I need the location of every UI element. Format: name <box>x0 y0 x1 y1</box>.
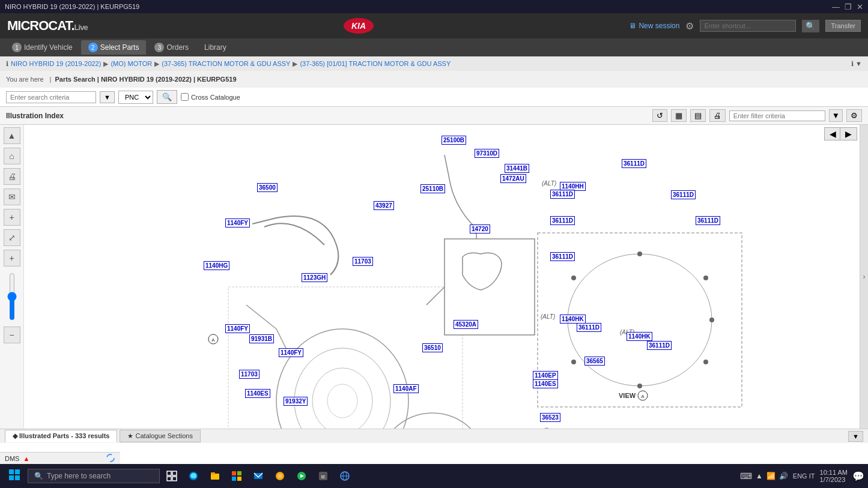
zoom-out-button[interactable]: ▲ <box>4 127 20 144</box>
part-36111D-4[interactable]: 36111D <box>550 216 575 225</box>
print-sidebar-button[interactable]: 🖨 <box>4 168 20 185</box>
breadcrumb-traction[interactable]: (37-365) TRACTION MOTOR & GDU ASSY <box>162 60 290 67</box>
shortcut-input[interactable] <box>700 20 796 32</box>
svg-rect-56 <box>232 477 236 481</box>
taskbar-photos[interactable] <box>270 466 290 486</box>
part-25110B[interactable]: 25110B <box>420 184 445 193</box>
start-button[interactable] <box>4 466 25 486</box>
breadcrumb-niro[interactable]: NIRO HYBRID 19 (2019-2022) <box>11 60 101 67</box>
tab-num-1: 1 <box>12 43 22 52</box>
minus-zoom-button[interactable]: − <box>4 327 20 343</box>
part-11703-2[interactable]: 11703 <box>239 370 259 379</box>
part-1140AF[interactable]: 1140AF <box>393 384 419 393</box>
breadcrumb-motor[interactable]: (MO) MOTOR <box>111 60 152 67</box>
part-36111D-6[interactable]: 36111D <box>550 252 575 261</box>
part-97310D[interactable]: 97310D <box>475 149 499 158</box>
taskbar-media-player[interactable] <box>292 466 311 486</box>
grid-view-button[interactable]: ▦ <box>671 109 687 122</box>
search-dropdown-button[interactable]: ▼ <box>100 91 115 103</box>
plus-button[interactable]: + <box>4 209 20 226</box>
part-1140EP[interactable]: 1140EP <box>533 371 558 380</box>
part-36111D-1[interactable]: 36111D <box>622 159 646 168</box>
part-31441B[interactable]: 31441B <box>505 164 529 173</box>
tab-select-parts[interactable]: 2 Select Parts <box>81 40 147 55</box>
zoom-slider[interactable] <box>6 273 18 321</box>
print-button[interactable]: 🖨 <box>709 109 726 122</box>
taskbar-right: ⌨ ▲ 📶 🔊 ENG IT 10:11 AM 1/7/2023 💬 <box>740 469 864 483</box>
part-25100B[interactable]: 25100B <box>442 136 466 145</box>
tab-library[interactable]: Library <box>197 41 234 54</box>
part-36111D-5[interactable]: 36111D <box>696 216 720 225</box>
part-36111D-7[interactable]: 36111D <box>577 323 601 332</box>
svg-point-20 <box>568 254 712 386</box>
pnc-select[interactable]: PNC <box>118 91 153 104</box>
part-43927[interactable]: 43927 <box>374 201 394 210</box>
tray-expand-icon[interactable]: ▲ <box>756 472 763 480</box>
taskbar-store[interactable] <box>227 466 246 486</box>
taskbar-globe[interactable] <box>335 466 354 486</box>
settings-icon[interactable]: ⚙ <box>685 20 694 32</box>
taskbar-mail[interactable] <box>249 466 268 486</box>
search-criteria-input[interactable] <box>6 91 96 103</box>
part-36510[interactable]: 36510 <box>422 343 443 352</box>
part-11703-1[interactable]: 11703 <box>353 257 373 266</box>
tab-identify-vehicle[interactable]: 1 Identify Vehicle <box>5 40 80 55</box>
info-icon-right[interactable]: ℹ ▼ <box>851 60 862 68</box>
filter-input[interactable] <box>729 110 825 121</box>
breadcrumb-traction-01[interactable]: (37-365) [01/01] TRACTION MOTOR & GDU AS… <box>300 60 451 67</box>
list-view-button[interactable]: ▤ <box>690 109 706 122</box>
refresh-button[interactable]: ↺ <box>652 109 667 122</box>
part-91931B[interactable]: 91931B <box>249 334 274 343</box>
tab-catalogue-sections[interactable]: ★ Catalogue Sections <box>120 430 200 442</box>
filter-settings-button[interactable]: ⚙ <box>846 109 862 122</box>
part-36111D-8[interactable]: 36111D <box>647 341 672 350</box>
part-45320A[interactable]: 45320A <box>454 320 478 329</box>
app-header: MICROCAT.Live KIA 🖥 New session ⚙ 🔍 Tran… <box>0 13 868 38</box>
part-1140HK-2[interactable]: 1140HK <box>627 332 652 341</box>
svg-text:IE: IE <box>321 474 326 480</box>
filter-dropdown-button[interactable]: ▼ <box>829 109 843 122</box>
part-1140ES-2[interactable]: 1140ES <box>533 379 558 388</box>
expand-button[interactable]: ⤢ <box>4 229 20 246</box>
taskbar-edge[interactable] <box>184 466 203 486</box>
part-1140FY-2[interactable]: 1140FY <box>225 324 250 333</box>
info-icon-left: ℹ <box>6 60 8 68</box>
taskbar-explorer[interactable] <box>205 466 225 486</box>
part-1140HK-1[interactable]: 1140HK <box>560 315 586 324</box>
email-button[interactable]: ✉ <box>4 188 20 205</box>
part-36111D-2[interactable]: 36111D <box>550 190 575 199</box>
part-1140FY-1[interactable]: 1140FY <box>225 218 250 227</box>
taskbar-app1[interactable]: IE <box>314 466 333 486</box>
part-91932Y[interactable]: 91932Y <box>284 397 308 406</box>
part-1140FY-3[interactable]: 1140FY <box>279 348 303 357</box>
part-1472AU[interactable]: 1472AU <box>500 174 526 183</box>
tab-orders[interactable]: 3 Orders <box>147 40 196 55</box>
cross-catalogue-checkbox[interactable] <box>181 93 189 101</box>
part-36523[interactable]: 36523 <box>540 413 560 422</box>
dms-indicator: ▲ <box>23 455 29 462</box>
home-button[interactable]: ⌂ <box>4 148 20 164</box>
right-panel-toggle[interactable]: › <box>860 125 868 429</box>
part-36565[interactable]: 36565 <box>584 357 605 366</box>
minimize-icon[interactable]: — <box>832 2 840 11</box>
part-1123GH[interactable]: 1123GH <box>302 273 327 282</box>
cross-catalogue-checkbox-label[interactable]: Cross Catalogue <box>181 93 240 101</box>
search-go-button[interactable]: 🔍 <box>157 90 177 104</box>
transfer-button[interactable]: Transfer <box>825 20 861 32</box>
taskbar-search[interactable]: 🔍 Type here to search <box>28 469 160 483</box>
notification-icon[interactable]: 💬 <box>852 471 864 482</box>
restore-icon[interactable]: ❐ <box>845 2 852 11</box>
new-session-button[interactable]: 🖥 New session <box>629 22 679 30</box>
tab-illustrated-parts[interactable]: ◆ Illustrated Parts - 333 results <box>5 430 117 442</box>
close-icon[interactable]: ✕ <box>857 2 863 11</box>
part-36500[interactable]: 36500 <box>257 183 278 192</box>
plus-zoom-button[interactable]: + <box>4 250 20 267</box>
taskbar-task-view[interactable] <box>162 466 181 486</box>
part-36111D-3[interactable]: 36111D <box>671 190 696 199</box>
shortcut-search-button[interactable]: 🔍 <box>802 20 819 32</box>
bottom-collapse-button[interactable]: ▼ <box>848 431 863 442</box>
svg-text:A: A <box>641 394 645 399</box>
part-14720[interactable]: 14720 <box>470 224 490 233</box>
part-1140ES-1[interactable]: 1140ES <box>245 389 270 398</box>
part-1140HG[interactable]: 1140HG <box>204 261 229 270</box>
